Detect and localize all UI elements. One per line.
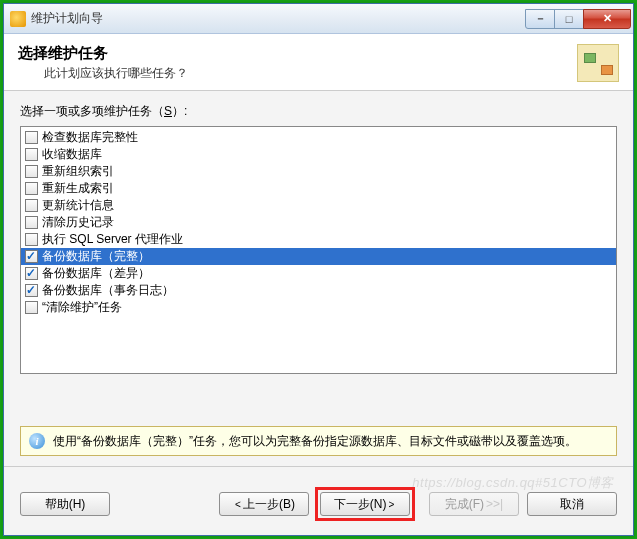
- task-label: 备份数据库（事务日志）: [42, 282, 174, 299]
- task-checkbox[interactable]: [25, 148, 38, 161]
- minimize-button[interactable]: －: [525, 9, 555, 29]
- wizard-icon: [577, 44, 619, 82]
- task-row[interactable]: 清除历史记录: [21, 214, 616, 231]
- task-label: 更新统计信息: [42, 197, 114, 214]
- info-text: 使用“备份数据库（完整）”任务，您可以为完整备份指定源数据库、目标文件或磁带以及…: [53, 433, 577, 450]
- task-checklist[interactable]: 检查数据库完整性收缩数据库重新组织索引重新生成索引更新统计信息清除历史记录执行 …: [20, 126, 617, 374]
- task-label: 备份数据库（差异）: [42, 265, 150, 282]
- next-button[interactable]: 下一步(N) >: [320, 492, 410, 516]
- task-label: “清除维护”任务: [42, 299, 122, 316]
- task-row[interactable]: 更新统计信息: [21, 197, 616, 214]
- task-checkbox[interactable]: [25, 131, 38, 144]
- task-row[interactable]: 执行 SQL Server 代理作业: [21, 231, 616, 248]
- wizard-body: 选择一项或多项维护任务（S）: 检查数据库完整性收缩数据库重新组织索引重新生成索…: [4, 91, 633, 477]
- info-icon: i: [29, 433, 45, 449]
- task-checkbox[interactable]: [25, 250, 38, 263]
- back-button[interactable]: < 上一步(B): [219, 492, 309, 516]
- wizard-window: 维护计划向导 － □ ✕ 选择维护任务 此计划应该执行哪些任务？ 选择一项或多项…: [3, 3, 634, 536]
- task-row[interactable]: 备份数据库（完整）: [21, 248, 616, 265]
- wizard-footer: 帮助(H) < 上一步(B) 下一步(N) > 完成(F) >>| 取消: [4, 477, 633, 535]
- task-label: 执行 SQL Server 代理作业: [42, 231, 183, 248]
- task-checkbox[interactable]: [25, 216, 38, 229]
- task-row[interactable]: 备份数据库（差异）: [21, 265, 616, 282]
- chevron-left-icon: <: [235, 499, 241, 510]
- task-checkbox[interactable]: [25, 233, 38, 246]
- next-button-highlight: 下一步(N) >: [315, 487, 415, 521]
- task-row[interactable]: “清除维护”任务: [21, 299, 616, 316]
- divider: [4, 466, 633, 467]
- task-checkbox[interactable]: [25, 182, 38, 195]
- close-button[interactable]: ✕: [583, 9, 631, 29]
- bar-icon: >>|: [486, 497, 503, 511]
- help-button[interactable]: 帮助(H): [20, 492, 110, 516]
- task-row[interactable]: 检查数据库完整性: [21, 129, 616, 146]
- task-checkbox[interactable]: [25, 284, 38, 297]
- task-label: 检查数据库完整性: [42, 129, 138, 146]
- cancel-button[interactable]: 取消: [527, 492, 617, 516]
- window-controls: － □ ✕: [526, 9, 631, 29]
- titlebar[interactable]: 维护计划向导 － □ ✕: [4, 4, 633, 34]
- task-checkbox[interactable]: [25, 301, 38, 314]
- task-row[interactable]: 收缩数据库: [21, 146, 616, 163]
- task-checkbox[interactable]: [25, 267, 38, 280]
- task-label: 收缩数据库: [42, 146, 102, 163]
- task-checkbox[interactable]: [25, 165, 38, 178]
- task-checkbox[interactable]: [25, 199, 38, 212]
- task-label: 重新生成索引: [42, 180, 114, 197]
- task-label: 重新组织索引: [42, 163, 114, 180]
- wizard-header: 选择维护任务 此计划应该执行哪些任务？: [4, 34, 633, 91]
- task-row[interactable]: 备份数据库（事务日志）: [21, 282, 616, 299]
- task-label: 备份数据库（完整）: [42, 248, 150, 265]
- finish-button: 完成(F) >>|: [429, 492, 519, 516]
- app-icon: [10, 11, 26, 27]
- task-row[interactable]: 重新组织索引: [21, 163, 616, 180]
- task-list-label: 选择一项或多项维护任务（S）:: [20, 103, 617, 120]
- page-title: 选择维护任务: [18, 44, 188, 63]
- chevron-right-icon: >: [388, 499, 394, 510]
- task-label: 清除历史记录: [42, 214, 114, 231]
- task-row[interactable]: 重新生成索引: [21, 180, 616, 197]
- info-panel: i 使用“备份数据库（完整）”任务，您可以为完整备份指定源数据库、目标文件或磁带…: [20, 426, 617, 456]
- page-subtitle: 此计划应该执行哪些任务？: [44, 65, 188, 82]
- maximize-button[interactable]: □: [554, 9, 584, 29]
- window-title: 维护计划向导: [31, 10, 526, 27]
